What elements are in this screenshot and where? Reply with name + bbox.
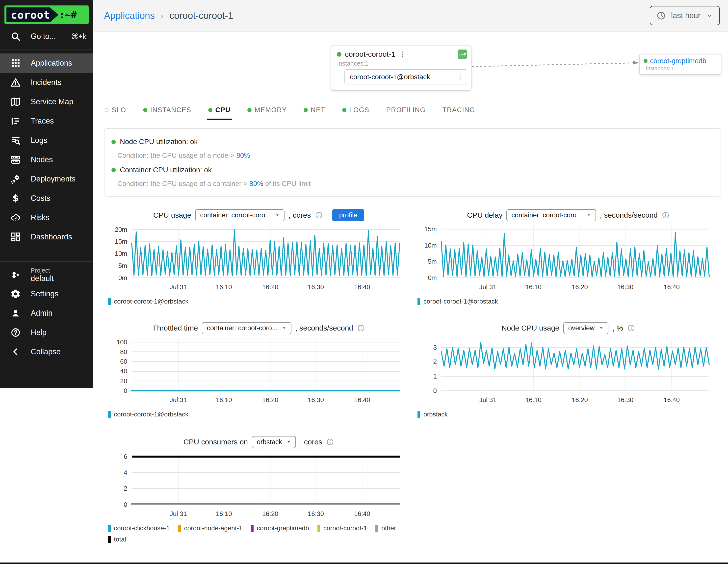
cpu-consumers-selector[interactable]: orbstack: [252, 436, 296, 448]
legend-label: coroot-coroot-1: [323, 524, 367, 532]
svg-text:10m: 10m: [424, 242, 437, 249]
throttled-time-unit: , seconds/second: [295, 324, 353, 332]
svg-text:16:20: 16:20: [572, 396, 588, 404]
sidebar-project[interactable]: Project default: [0, 265, 93, 284]
sidebar-item-nodes[interactable]: Nodes: [0, 150, 93, 169]
legend-item[interactable]: coroot-coroot-1@orbstack: [417, 298, 498, 305]
svg-text:4: 4: [124, 469, 127, 476]
report-tabs: SLOINSTANCESCPUMEMORYNETLOGSPROFILINGTRA…: [104, 103, 476, 117]
legend-label: total: [114, 536, 126, 543]
cpu-delay-plot: Jul 3116:1016:2016:3016:4015m10m5m0m: [414, 222, 723, 291]
time-range-label: last hour: [671, 11, 701, 20]
throttled-time-info-icon[interactable]: [357, 324, 365, 332]
legend-swatch: [317, 525, 320, 532]
sidebar-item-traces[interactable]: Traces: [0, 111, 93, 131]
sidebar-item-label: Risks: [31, 213, 50, 222]
tab-profiling[interactable]: PROFILING: [386, 104, 426, 116]
legend-item[interactable]: total: [108, 536, 126, 543]
legend-item[interactable]: orbstack: [417, 410, 448, 418]
sidebar-item-admin[interactable]: Admin: [0, 304, 93, 323]
header-bar: Applications › coroot-coroot-1 last hour: [93, 0, 728, 32]
caret-down-icon: [281, 325, 287, 331]
sidebar-item-risks[interactable]: Risks: [0, 208, 93, 227]
dependency-edge: [471, 55, 641, 71]
tab-label: SLO: [112, 106, 126, 114]
instance-kebab-icon[interactable]: [456, 73, 464, 81]
tab-instances[interactable]: INSTANCES: [143, 104, 192, 116]
cpu-usage-title: CPU usage: [153, 211, 191, 219]
tab-tracing[interactable]: TRACING: [442, 104, 476, 116]
app-kebab-icon[interactable]: [399, 50, 407, 58]
legend-item[interactable]: other: [375, 524, 396, 532]
svg-text:5m: 5m: [118, 262, 127, 269]
svg-text:16:40: 16:40: [354, 283, 370, 291]
svg-text:16:20: 16:20: [262, 510, 278, 517]
throttled-time-selector[interactable]: container: coroot-coro...: [202, 322, 291, 334]
sidebar-goto[interactable]: Go to... ⌘+k: [0, 27, 93, 46]
sidebar-item-dashboards[interactable]: Dashboards: [0, 227, 93, 247]
tab-status-dot: [104, 108, 109, 112]
node-cpu-usage-info-icon[interactable]: [627, 324, 635, 332]
node-cpu-usage-plot: Jul 3116:1016:2016:3016:403210: [414, 335, 723, 404]
chart-throttled-time: Throttled timecontainer: coroot-coro...,…: [104, 321, 414, 418]
breadcrumb-applications-link[interactable]: Applications: [104, 10, 155, 21]
legend-item[interactable]: coroot-coroot-1: [317, 524, 367, 532]
sidebar-item-logs[interactable]: Logs: [0, 131, 93, 150]
cpu-usage-info-icon[interactable]: [315, 211, 323, 219]
project-icon: [10, 270, 21, 280]
tab-logs[interactable]: LOGS: [342, 104, 370, 116]
svg-text:16:30: 16:30: [308, 283, 324, 291]
sidebar-item-costs[interactable]: $Costs: [0, 189, 93, 208]
node-cpu-usage-selector[interactable]: overview: [563, 322, 609, 334]
tab-net[interactable]: NET: [303, 104, 326, 116]
legend-item[interactable]: coroot-node-agent-1: [178, 524, 242, 532]
legend-item[interactable]: coroot-clickhouse-1: [108, 524, 170, 532]
sidebar-item-collapse[interactable]: Collapse: [0, 342, 93, 361]
svg-text:16:40: 16:40: [664, 283, 680, 291]
tab-memory[interactable]: MEMORY: [247, 104, 287, 116]
tab-cpu[interactable]: CPU: [208, 104, 231, 116]
check-threshold-link[interactable]: 80%: [236, 152, 250, 159]
svg-text:15m: 15m: [115, 238, 127, 245]
cpu-delay-selector[interactable]: container: coroot-coro...: [506, 209, 596, 221]
sidebar-item-deployments[interactable]: Deployments: [0, 169, 93, 189]
legend-label: coroot-greptimedb: [257, 524, 309, 532]
tab-label: NET: [311, 106, 325, 114]
svg-text:Jul 31: Jul 31: [170, 283, 187, 291]
legend-label: coroot-coroot-1@orbstack: [114, 298, 188, 305]
cpu-consumers-info-icon[interactable]: [326, 438, 334, 446]
cpu-delay-title: CPU delay: [467, 211, 502, 219]
tab-slo[interactable]: SLO: [104, 104, 127, 116]
tab-status-dot: [304, 108, 308, 112]
sidebar-item-help[interactable]: Help: [0, 323, 93, 342]
time-range-picker[interactable]: last hour: [650, 6, 720, 25]
profile-button[interactable]: profile: [332, 209, 364, 221]
instance-pill[interactable]: coroot-coroot-1@orbstack: [344, 69, 467, 84]
sidebar-item-service-map[interactable]: Service Map: [0, 92, 93, 111]
svg-text:0: 0: [124, 501, 127, 508]
cpu-delay-info-icon[interactable]: [662, 211, 670, 219]
sidebar-item-label: Deployments: [31, 175, 76, 183]
legend-item[interactable]: coroot-coroot-1@orbstack: [108, 298, 188, 305]
svg-text:6: 6: [124, 453, 127, 460]
cpu-usage-selector[interactable]: container: coroot-coro...: [195, 209, 285, 221]
coroot-logo[interactable]: coroot :~#: [4, 5, 89, 24]
tab-label: INSTANCES: [150, 106, 191, 114]
legend-label: coroot-coroot-1@orbstack: [423, 298, 498, 305]
check-title: Node CPU utilization: ok: [120, 138, 198, 146]
sidebar-item-settings[interactable]: Settings: [0, 284, 93, 304]
sidebar-item-applications[interactable]: Applications: [0, 53, 93, 73]
svg-text:1: 1: [433, 373, 437, 380]
caret-down-icon: [286, 439, 292, 445]
map-icon: [10, 97, 21, 107]
dep-node-link[interactable]: coroot-greptimedb: [650, 57, 706, 65]
svg-text:16:30: 16:30: [308, 396, 324, 404]
legend-swatch: [417, 298, 420, 305]
svg-text:80: 80: [120, 348, 127, 356]
legend-item[interactable]: coroot-greptimedb: [251, 524, 309, 532]
cpu-delay-title-row: CPU delaycontainer: coroot-coro..., seco…: [414, 208, 723, 222]
sidebar-item-incidents[interactable]: Incidents: [0, 73, 93, 92]
dashboard-icon: [10, 232, 21, 242]
legend-item[interactable]: coroot-coroot-1@orbstack: [108, 410, 188, 418]
check-threshold-link[interactable]: 80%: [249, 180, 263, 187]
